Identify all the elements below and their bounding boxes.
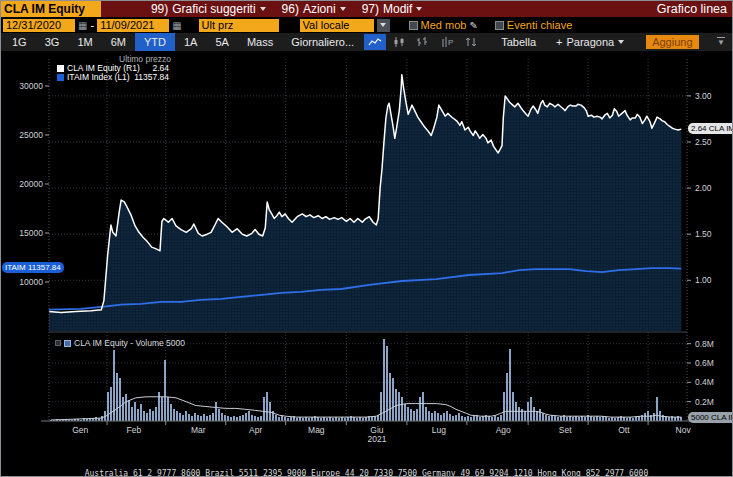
volume-last-value-bubble: 5000 CLA IM [688, 412, 733, 423]
menu-item-number: 97) [362, 2, 379, 16]
med-mob-label: Med mob [421, 19, 467, 31]
volume-legend-label: CLA IM Equity - Volume 5000 [74, 338, 185, 348]
svg-text:0.2M: 0.2M [695, 397, 714, 407]
calendar-icon[interactable]: ▦ [172, 19, 181, 32]
sort-arrows-icon[interactable] [460, 34, 482, 50]
eventi-chiave-checkbox[interactable] [495, 21, 504, 30]
chevron-down-icon [416, 7, 422, 11]
tabella-button[interactable]: Tabella [491, 36, 546, 48]
price-type-input[interactable]: Ult prz [199, 19, 279, 32]
svg-text:Apr: Apr [249, 425, 262, 435]
index-last-value-bubble: ITAIM 11357.84 [2, 262, 64, 273]
svg-text:Ago: Ago [496, 425, 511, 435]
range-6m[interactable]: 6M [102, 33, 135, 51]
med-mob-checkbox[interactable] [409, 21, 418, 30]
chevron-down-icon [340, 7, 346, 11]
svg-text:2.00: 2.00 [695, 183, 712, 193]
range-3g[interactable]: 3G [36, 33, 69, 51]
menu-item-label: Azioni [303, 2, 336, 16]
svg-text:2.50: 2.50 [695, 137, 712, 147]
svg-text:Gen: Gen [72, 425, 88, 435]
svg-text:0.6M: 0.6M [695, 358, 714, 368]
menu-grafici-suggeriti[interactable]: 99) Grafici suggeriti [143, 2, 274, 16]
range-1m[interactable]: 1M [68, 33, 101, 51]
menu-item-number: 96) [282, 2, 299, 16]
svg-text:25000: 25000 [19, 130, 43, 140]
top-menu-bar: CLA IM Equity 99) Grafici suggeriti 96) … [1, 1, 732, 17]
date-to-input[interactable]: 11/09/2021 [97, 19, 169, 32]
range-1g[interactable]: 1G [3, 33, 36, 51]
chart-area: 1.001.502.002.503.0010000150002000025000… [1, 51, 733, 447]
pencil-icon[interactable]: ✎ [469, 20, 477, 31]
svg-text:15000: 15000 [19, 228, 43, 238]
bloomberg-terminal-window: CLA IM Equity 99) Grafici suggeriti 96) … [0, 0, 733, 477]
chart-toolbar: 1G 3G 1M 6M YTD 1A 5A Mass Giornaliero..… [1, 33, 732, 51]
chart-options-bar: 12/31/2020 ▦ - 11/09/2021 ▦ Ult prz Val … [1, 17, 732, 33]
paragona-button[interactable]: + Paragona [546, 36, 634, 48]
price-volume-chart[interactable]: 1.001.502.002.503.0010000150002000025000… [1, 51, 733, 447]
menu-modif[interactable]: 97) Modif [354, 2, 431, 16]
svg-text:10000: 10000 [19, 277, 43, 287]
svg-text:0.4M: 0.4M [695, 377, 714, 387]
chevron-down-icon [618, 40, 624, 44]
line-chart-icon[interactable] [364, 34, 386, 50]
bar-p-chart-icon[interactable]: P [436, 34, 458, 50]
svg-text:Mar: Mar [191, 425, 206, 435]
svg-text:Set: Set [559, 425, 572, 435]
eventi-chiave-label: Eventi chiave [507, 19, 572, 31]
menu-item-number: 99) [151, 2, 168, 16]
plus-icon: + [556, 36, 562, 48]
price-series-swatch [57, 65, 64, 72]
svg-text:Ott: Ott [618, 425, 630, 435]
date-separator: - [90, 19, 94, 31]
svg-text:Mag: Mag [308, 425, 325, 435]
currency-dropdown-button[interactable] [377, 19, 390, 32]
svg-text:20000: 20000 [19, 179, 43, 189]
svg-text:Lug: Lug [432, 425, 446, 435]
volume-legend[interactable]: CLA IM Equity - Volume 5000 [55, 338, 185, 348]
paragona-label: Paragona [566, 36, 614, 48]
svg-text:Nov: Nov [676, 425, 692, 435]
currency-select[interactable]: Val locale [300, 19, 374, 32]
calendar-icon[interactable]: ▦ [78, 19, 87, 32]
svg-text:3.00: 3.00 [695, 91, 712, 101]
function-title: Grafico linea [657, 2, 732, 16]
volume-checkbox[interactable] [55, 340, 61, 346]
menu-item-label: Grafici suggeriti [172, 2, 255, 16]
range-1a[interactable]: 1A [175, 33, 206, 51]
range-5a[interactable]: 5A [206, 33, 237, 51]
index-series-swatch [57, 74, 64, 81]
svg-text:0.8M: 0.8M [695, 339, 714, 349]
security-ticker-field[interactable]: CLA IM Equity [1, 1, 101, 17]
date-from-input[interactable]: 12/31/2020 [3, 19, 75, 32]
terminal-footer: Australia 61 2 9777 8600 Brazil 5511 239… [1, 447, 732, 477]
legend-label: ITAIM Index (L1) [67, 72, 130, 82]
candlestick-chart-icon[interactable] [388, 34, 410, 50]
footer-phone-line: Australia 61 2 9777 8600 Brazil 5511 239… [1, 469, 732, 477]
svg-text:1.50: 1.50 [695, 229, 712, 239]
menu-azioni[interactable]: 96) Azioni [274, 2, 354, 16]
aggiung-input[interactable]: Aggiung [646, 35, 698, 49]
legend-value: 11357.84 [134, 72, 169, 82]
ohlc-bar-chart-icon[interactable] [412, 34, 434, 50]
chevron-down-icon [380, 23, 386, 27]
range-mass[interactable]: Mass [238, 33, 282, 51]
svg-text:1.00: 1.00 [695, 275, 712, 285]
svg-text:2021: 2021 [367, 434, 386, 444]
legend-row-index[interactable]: ITAIM Index (L1) 11357.84 [57, 72, 169, 82]
svg-text:P: P [448, 38, 453, 47]
period-giornaliero[interactable]: Giornaliero... [282, 33, 363, 51]
svg-text:Feb: Feb [127, 425, 142, 435]
chevron-down-icon [260, 7, 266, 11]
svg-text:30000: 30000 [19, 81, 43, 91]
range-ytd[interactable]: YTD [135, 33, 175, 51]
price-last-value-bubble: 2.64 CLA IM [688, 123, 733, 134]
menu-item-label: Modif [383, 2, 412, 16]
volume-swatch [64, 340, 71, 347]
panel-collapse-icon[interactable]: ▼ [717, 37, 725, 47]
